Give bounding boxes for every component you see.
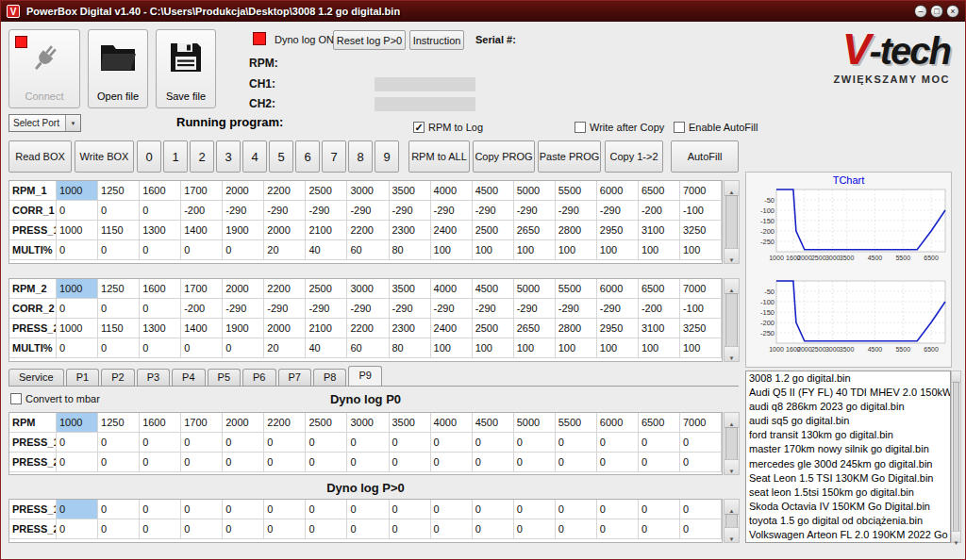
grid-cell[interactable]: 0 bbox=[639, 433, 680, 453]
grid-cell[interactable]: 0 bbox=[98, 433, 140, 453]
grid-cell[interactable]: 2200 bbox=[347, 319, 389, 338]
grid-cell[interactable]: 2400 bbox=[431, 221, 473, 240]
select-port-dropdown[interactable]: Select Port bbox=[8, 114, 81, 132]
title-bar[interactable]: V PowerBox Digital v1.40 - C:\Users\Prod… bbox=[1, 1, 965, 22]
grid-cell[interactable]: 3100 bbox=[639, 221, 680, 240]
grid-cell[interactable]: 1400 bbox=[181, 221, 223, 240]
enable-autofill-checkbox-box[interactable] bbox=[674, 122, 685, 133]
grid-cell[interactable]: 1250 bbox=[98, 413, 140, 433]
grid-cell[interactable]: 0 bbox=[57, 299, 98, 319]
grid-cell[interactable]: 2200 bbox=[264, 413, 306, 433]
grid-cell[interactable]: 0 bbox=[514, 500, 556, 519]
digit-button-9[interactable]: 9 bbox=[375, 140, 399, 173]
grid-cell[interactable]: 0 bbox=[597, 500, 639, 519]
grid-cell[interactable]: 0 bbox=[223, 338, 264, 358]
grid-cell[interactable]: 0 bbox=[140, 240, 181, 260]
grid-cell[interactable]: 80 bbox=[390, 338, 431, 358]
grid-cell[interactable]: 3500 bbox=[390, 413, 431, 433]
grid-cell[interactable]: 7000 bbox=[680, 279, 722, 299]
file-item[interactable]: 3008 1.2 go digital.bin bbox=[746, 371, 950, 386]
grid-cell[interactable]: 0 bbox=[390, 500, 431, 519]
grid-cell[interactable]: 0 bbox=[98, 519, 140, 539]
tab-p2[interactable]: P2 bbox=[101, 369, 134, 386]
scroll-thumb[interactable] bbox=[725, 195, 738, 249]
grid-cell[interactable]: 0 bbox=[140, 453, 181, 472]
grid-cell[interactable]: 0 bbox=[140, 299, 181, 319]
grid-cell[interactable]: 0 bbox=[431, 453, 473, 472]
grid-cell[interactable]: 0 bbox=[639, 453, 680, 472]
file-item[interactable]: audi sq5 go digital.bin bbox=[746, 414, 950, 428]
grid-cell[interactable]: 4500 bbox=[473, 413, 514, 433]
digit-button-2[interactable]: 2 bbox=[190, 140, 214, 173]
digit-button-7[interactable]: 7 bbox=[322, 140, 346, 173]
scroll-down-icon[interactable] bbox=[724, 459, 739, 474]
grid-cell[interactable]: 0 bbox=[514, 519, 556, 539]
grid-cell[interactable]: 2500 bbox=[306, 181, 347, 201]
grid-cell[interactable]: 0 bbox=[473, 500, 514, 519]
grid-cell[interactable]: 60 bbox=[347, 338, 389, 358]
grid-cell[interactable]: 0 bbox=[639, 519, 680, 539]
grid-cell[interactable]: 3000 bbox=[347, 413, 389, 433]
grid-cell[interactable]: 0 bbox=[181, 500, 223, 519]
grid-cell[interactable]: -290 bbox=[597, 201, 639, 221]
scroll-thumb[interactable] bbox=[725, 514, 738, 528]
grid-cell[interactable]: 100 bbox=[597, 338, 639, 358]
grid-cell[interactable]: 0 bbox=[98, 500, 140, 519]
paste-prog-button[interactable]: Paste PROG bbox=[538, 140, 601, 173]
grid-cell[interactable]: 0 bbox=[223, 453, 264, 472]
grid-cell[interactable]: 0 bbox=[264, 433, 306, 453]
grid-cell[interactable]: 0 bbox=[347, 433, 389, 453]
scroll-up-icon[interactable] bbox=[724, 279, 739, 294]
grid-cell[interactable]: 7000 bbox=[680, 181, 722, 201]
grid-cell[interactable]: 0 bbox=[57, 500, 98, 519]
grid-cell[interactable]: 100 bbox=[514, 240, 556, 260]
grid-cell[interactable]: 6000 bbox=[597, 413, 639, 433]
grid-cell[interactable]: -290 bbox=[597, 299, 639, 319]
grid-cell[interactable]: 2500 bbox=[306, 413, 347, 433]
grid-cell[interactable]: 0 bbox=[306, 519, 347, 539]
digit-button-8[interactable]: 8 bbox=[348, 140, 373, 173]
grid-cell[interactable]: 0 bbox=[597, 453, 639, 472]
grid-cell[interactable]: 0 bbox=[181, 433, 223, 453]
grid-cell[interactable]: 100 bbox=[680, 240, 722, 260]
tab-p8[interactable]: P8 bbox=[313, 369, 346, 386]
maximize-button[interactable]: □ bbox=[930, 5, 943, 18]
grid-cell[interactable]: 0 bbox=[597, 433, 639, 453]
grid-cell[interactable]: 1700 bbox=[181, 279, 223, 299]
grid-cell[interactable]: 6500 bbox=[639, 413, 680, 433]
grid-cell[interactable]: 0 bbox=[181, 240, 223, 260]
grid-cell[interactable]: 0 bbox=[223, 500, 264, 519]
digit-button-4[interactable]: 4 bbox=[242, 140, 267, 173]
grid-cell[interactable]: -290 bbox=[514, 299, 556, 319]
grid-cell[interactable]: 0 bbox=[556, 453, 597, 472]
grid-cell[interactable]: 0 bbox=[98, 299, 140, 319]
file-item[interactable]: Skoda Octavia IV 150KM Go Digital.bin bbox=[746, 500, 950, 514]
grid-cell[interactable]: 100 bbox=[597, 240, 639, 260]
grid-cell[interactable]: 0 bbox=[181, 338, 223, 358]
grid-cell[interactable]: 80 bbox=[390, 240, 431, 260]
grid-cell[interactable]: 0 bbox=[347, 500, 389, 519]
grid-cell[interactable]: 1000 bbox=[57, 181, 98, 201]
program1-scrollbar[interactable] bbox=[724, 180, 740, 264]
grid-cell[interactable]: 2000 bbox=[223, 181, 264, 201]
grid-cell[interactable]: -290 bbox=[473, 299, 514, 319]
grid-cell[interactable]: 0 bbox=[181, 453, 223, 472]
grid-cell[interactable]: 2000 bbox=[223, 279, 264, 299]
grid-cell[interactable]: 0 bbox=[556, 500, 597, 519]
grid-cell[interactable]: -290 bbox=[473, 201, 514, 221]
digit-button-5[interactable]: 5 bbox=[269, 140, 293, 173]
grid-cell[interactable]: 0 bbox=[390, 433, 431, 453]
grid-cell[interactable]: 2300 bbox=[390, 319, 431, 338]
save-file-button[interactable]: Save file bbox=[156, 29, 216, 108]
grid-cell[interactable]: 7000 bbox=[680, 413, 722, 433]
grid-cell[interactable]: 1150 bbox=[98, 221, 140, 240]
grid-cell[interactable]: 4000 bbox=[431, 181, 473, 201]
grid-cell[interactable]: 0 bbox=[223, 519, 264, 539]
tab-p5[interactable]: P5 bbox=[208, 369, 241, 386]
enable-autofill-checkbox[interactable]: Enable AutoFill bbox=[674, 122, 758, 133]
grid-cell[interactable]: 1000 bbox=[57, 319, 98, 338]
grid-cell[interactable]: -200 bbox=[639, 201, 680, 221]
grid-cell[interactable]: 0 bbox=[556, 433, 597, 453]
grid-cell[interactable]: 0 bbox=[514, 433, 556, 453]
grid-cell[interactable]: 4500 bbox=[473, 181, 514, 201]
